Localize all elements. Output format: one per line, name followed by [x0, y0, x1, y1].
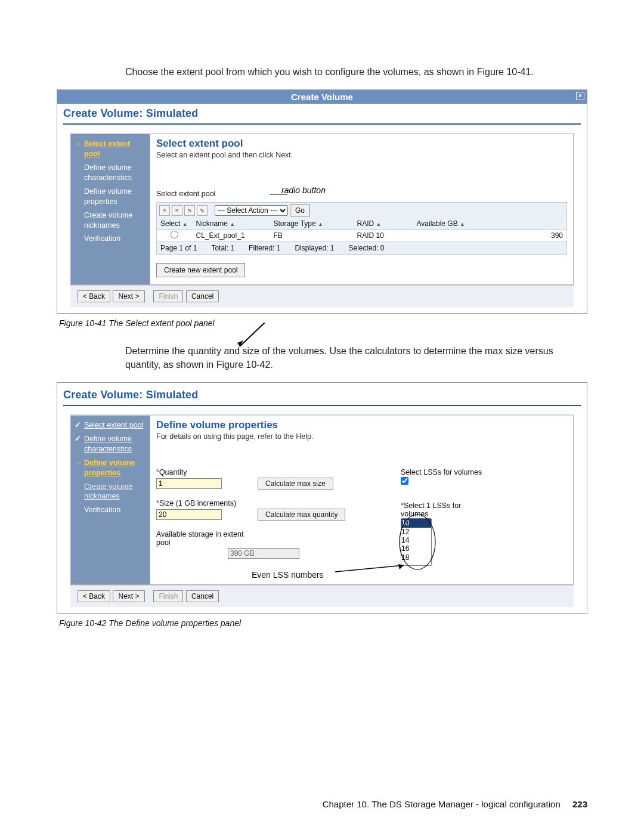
sidebar-step-select-extent-pool[interactable]: Select extent pool: [84, 421, 143, 429]
select-action-dropdown[interactable]: --- Select Action ---: [215, 205, 288, 216]
pager-displayed: Displayed: 1: [295, 244, 334, 252]
wizard-sidebar: Select extent pool Define volume charact…: [71, 134, 150, 284]
dialog-subtitle: Create Volume: Simulated: [63, 107, 199, 119]
back-button[interactable]: < Back: [78, 290, 110, 302]
col-raid[interactable]: RAID: [357, 219, 374, 228]
go-button[interactable]: Go: [290, 205, 310, 216]
col-available-gb[interactable]: Available GB: [417, 219, 458, 228]
calculate-max-size-button[interactable]: Calculate max size: [258, 478, 333, 490]
sort-caret-icon[interactable]: ▲: [376, 221, 382, 227]
section-title: Define volume properties: [156, 419, 567, 431]
sidebar-step-verification: Verification: [84, 506, 120, 514]
cell-raid: RAID 10: [354, 230, 413, 242]
col-storage-type[interactable]: Storage Type: [274, 219, 316, 228]
dialog-title-bar: Create Volume ×: [57, 90, 587, 104]
size-input[interactable]: [156, 509, 222, 520]
finish-button: Finish: [153, 290, 183, 302]
next-button[interactable]: Next >: [113, 290, 144, 302]
toolbar-icon-1[interactable]: ≡: [159, 205, 170, 216]
dialog-title: Create Volume: [291, 92, 353, 102]
figure-10-41: Create Volume × Create Volume: Simulated…: [57, 89, 587, 314]
footer-page-number: 223: [572, 799, 587, 809]
next-button[interactable]: Next >: [113, 590, 144, 602]
intro-paragraph-2: Determine the quantity and size of the v…: [125, 345, 587, 371]
section-subtitle: Select an extent pool and then click Nex…: [156, 151, 567, 159]
back-button[interactable]: < Back: [78, 590, 110, 602]
footer-chapter: Chapter 10. The DS Storage Manager - log…: [323, 799, 561, 809]
sidebar-step-define-properties: Define volume properties: [84, 187, 132, 206]
select-lss-checkbox[interactable]: [401, 477, 408, 485]
sidebar-step-create-nicknames: Create volume nicknames: [84, 211, 132, 230]
extent-pool-table: Select ▲ Nickname ▲ Storage Type ▲ RAID …: [156, 218, 567, 242]
finish-button: Finish: [153, 590, 183, 602]
create-new-extent-pool-button[interactable]: Create new extent pool: [156, 263, 245, 277]
row-select-radio[interactable]: [171, 231, 178, 239]
table-pager: Page 1 of 1 Total: 1 Filtered: 1 Display…: [156, 242, 567, 255]
toolbar-icon-4[interactable]: ✎: [197, 205, 208, 216]
figure-caption-2: Figure 10-42 The Define volume propertie…: [59, 618, 587, 628]
table-row[interactable]: CL_Ext_pool_1 FB RAID 10 390: [157, 230, 567, 242]
select-extent-pool-label: Select extent pool: [156, 190, 215, 198]
dialog-subtitle: Create Volume: Simulated: [63, 389, 199, 401]
cell-nickname: CL_Ext_pool_1: [193, 230, 270, 242]
section-title: Select extent pool: [156, 138, 567, 150]
size-label: Size (1 GB increments): [156, 499, 383, 507]
sidebar-step-verification: Verification: [84, 234, 120, 243]
quantity-label: Quantity: [156, 468, 383, 476]
pager-filtered: Filtered: 1: [249, 244, 280, 252]
available-storage-field: [228, 548, 299, 559]
sort-caret-icon[interactable]: ▲: [182, 221, 188, 227]
wizard-nav-bar: < Back Next > Finish Cancel: [70, 285, 574, 307]
page-footer: Chapter 10. The DS Storage Manager - log…: [0, 799, 587, 809]
available-storage-label: Available storage in extent pool: [156, 530, 246, 547]
annotation-radio-button: radio button: [281, 185, 326, 195]
toolbar-icon-3[interactable]: ✎: [184, 205, 195, 216]
cell-available-gb: 390: [413, 230, 567, 242]
sidebar-step-define-properties[interactable]: Define volume properties: [84, 459, 135, 477]
quantity-input[interactable]: [156, 478, 222, 489]
annotation-even-lss: Even LSS numbers: [252, 570, 324, 580]
wizard-sidebar: Select extent pool Define volume charact…: [71, 416, 150, 584]
pager-total: Total: 1: [211, 244, 234, 252]
section-subtitle: For details on using this page, refer to…: [156, 432, 567, 441]
wizard-main-panel: Select extent pool Select an extent pool…: [150, 134, 573, 284]
col-nickname[interactable]: Nickname: [196, 219, 228, 228]
intro-paragraph-1: Choose the extent pool from which you wi…: [125, 66, 587, 79]
cancel-button[interactable]: Cancel: [186, 590, 219, 602]
sort-caret-icon[interactable]: ▲: [460, 221, 465, 227]
sort-caret-icon[interactable]: ▲: [318, 221, 323, 227]
select-lss-label: Select LSSs for volumes: [401, 468, 482, 476]
sidebar-step-select-extent-pool[interactable]: Select extent pool: [84, 140, 130, 158]
lss-listbox[interactable]: 1012141618: [401, 518, 432, 566]
toolbar-icon-2[interactable]: ≡: [172, 205, 182, 216]
sort-caret-icon[interactable]: ▲: [230, 221, 235, 227]
calculate-max-quantity-button[interactable]: Calculate max quantity: [258, 509, 345, 521]
col-select[interactable]: Select: [160, 219, 180, 228]
sidebar-step-create-nicknames[interactable]: Create volume nicknames: [84, 482, 132, 501]
sidebar-step-define-characteristics[interactable]: Define volume characteristics: [84, 435, 132, 453]
table-toolbar: ≡ ≡ ✎ ✎ --- Select Action --- Go: [156, 202, 567, 218]
sidebar-step-define-characteristics: Define volume characteristics: [84, 163, 132, 182]
close-icon[interactable]: ×: [576, 92, 584, 100]
cell-storage-type: FB: [270, 230, 354, 242]
figure-caption-1: Figure 10-41 The Select extent pool pane…: [59, 318, 587, 328]
pager-selected: Selected: 0: [349, 244, 385, 252]
wizard-nav-bar: < Back Next > Finish Cancel: [70, 585, 574, 607]
wizard-main-panel: Define volume properties For details on …: [150, 416, 573, 584]
figure-10-42: Create Volume: Simulated Select extent p…: [57, 382, 587, 614]
pager-page: Page 1 of 1: [160, 244, 197, 252]
cancel-button[interactable]: Cancel: [186, 290, 219, 302]
select-one-lss-label: Select 1 LSSs for volumes: [401, 501, 472, 518]
